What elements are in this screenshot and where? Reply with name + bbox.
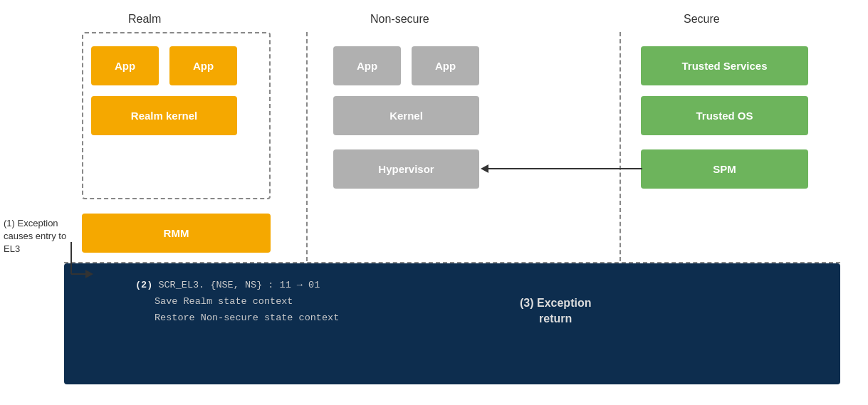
step2-line3: Restore Non-secure state context — [135, 310, 339, 327]
exception-arrow — [70, 242, 162, 285]
realm-app2: App — [169, 46, 237, 85]
ns-hypervisor: Hypervisor — [333, 149, 479, 189]
ns-app2: App — [412, 46, 479, 85]
non-secure-header: Non-secure — [370, 13, 429, 26]
vertical-divider-1 — [306, 32, 308, 261]
exception-return-label: (3) Exception return — [520, 295, 591, 327]
diagram: Realm Non-secure Secure App App Realm ke… — [0, 0, 868, 405]
bottom-panel-code: (2) SCR_EL3. {NSE, NS} : 11 → 01 Save Re… — [135, 278, 339, 327]
secure-header: Secure — [684, 13, 720, 26]
realm-header: Realm — [128, 13, 161, 26]
step2-line2: Save Realm state context — [135, 294, 339, 310]
ns-app1: App — [333, 46, 401, 85]
realm-app1: App — [91, 46, 159, 85]
trusted-os-box: Trusted OS — [641, 96, 808, 135]
trusted-services-box: Trusted Services — [641, 46, 808, 85]
spm-box: SPM — [641, 149, 808, 189]
realm-kernel: Realm kernel — [91, 96, 237, 135]
spm-to-hypervisor-arrow — [479, 161, 642, 177]
step2-line1: (2) SCR_EL3. {NSE, NS} : 11 → 01 — [135, 278, 339, 294]
svg-marker-2 — [85, 270, 93, 278]
ns-kernel: Kernel — [333, 96, 479, 135]
svg-marker-4 — [481, 164, 488, 173]
vertical-divider-2 — [619, 32, 621, 261]
